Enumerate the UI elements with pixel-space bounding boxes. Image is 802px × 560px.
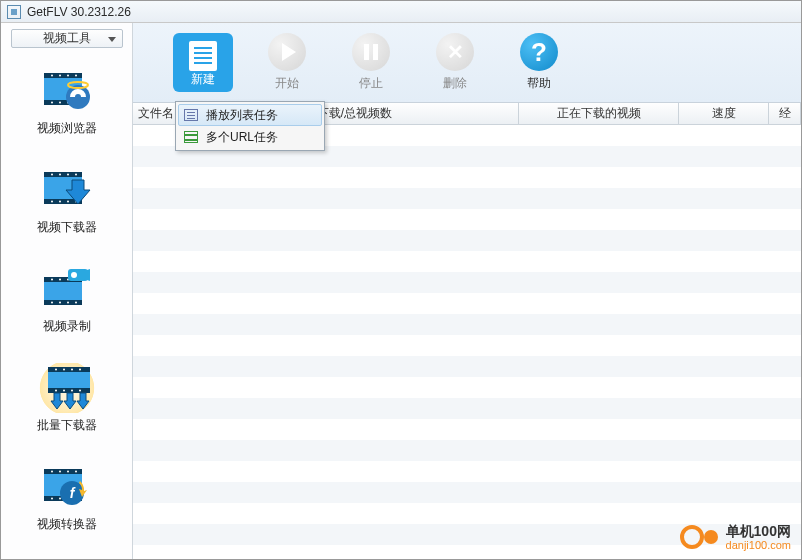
play-icon [268,33,306,71]
sidebar-item-batch[interactable]: 批量下载器 [1,363,132,434]
table-row [133,503,801,524]
close-icon: ✕ [436,33,474,71]
film-batch-icon [38,363,96,413]
menu-item-label: 多个URL任务 [206,129,278,146]
svg-rect-38 [48,367,90,372]
sidebar-item-label: 批量下载器 [37,417,97,434]
svg-point-41 [63,369,65,371]
svg-point-31 [51,302,53,304]
svg-point-44 [55,390,57,392]
sidebar-item-browser[interactable]: 视频浏览器 [1,66,132,137]
svg-point-17 [59,174,61,176]
svg-point-4 [59,75,61,77]
svg-point-8 [59,102,61,104]
new-label: 新建 [191,71,215,88]
sidebar-item-label: 视频浏览器 [37,120,97,137]
window-titlebar: GetFLV 30.2312.26 [1,1,801,23]
sidebar-item-recorder[interactable]: 视频录制 [1,264,132,335]
help-button[interactable]: ? 帮助 [509,33,569,92]
svg-point-6 [75,75,77,77]
svg-point-28 [59,279,61,281]
table-row [133,272,801,293]
col-speed[interactable]: 速度 [679,103,769,124]
toolbar: 新建 开始 停止 ✕ 删除 ? 帮助 [133,23,801,103]
window-title: GetFLV 30.2312.26 [27,5,131,19]
svg-point-32 [59,302,61,304]
col-elapsed[interactable]: 经 [769,103,801,124]
svg-point-47 [79,390,81,392]
film-convert-icon: f [38,462,96,512]
table-row [133,461,801,482]
svg-point-18 [67,174,69,176]
film-ie-icon [38,66,96,116]
list-icon [184,109,198,121]
menu-item-label: 播放列表任务 [206,107,278,124]
new-dropdown-menu: 播放列表任务 多个URL任务 [175,101,325,151]
table-row [133,335,801,356]
table-row [133,398,801,419]
start-label: 开始 [275,75,299,92]
help-label: 帮助 [527,75,551,92]
svg-point-55 [51,498,53,500]
table-row [133,482,801,503]
delete-button[interactable]: ✕ 删除 [425,33,485,92]
svg-point-52 [59,471,61,473]
svg-point-53 [67,471,69,473]
stop-label: 停止 [359,75,383,92]
watermark-name: 单机100网 [726,524,791,539]
table-row [133,356,801,377]
menu-item-playlist[interactable]: 播放列表任务 [178,104,322,126]
table-row [133,440,801,461]
svg-point-54 [75,471,77,473]
watermark-url: danji100.com [726,539,791,551]
col-filename[interactable]: 文件名 [133,103,179,124]
sidebar-item-downloader[interactable]: 视频下载器 [1,165,132,236]
svg-point-7 [51,102,53,104]
sidebar-item-label: 视频下载器 [37,219,97,236]
menu-item-multiurl[interactable]: 多个URL任务 [178,126,322,148]
table-row [133,251,801,272]
help-icon: ? [520,33,558,71]
svg-point-45 [63,390,65,392]
svg-point-27 [51,279,53,281]
table-row [133,167,801,188]
sidebar: 视频工具 视频浏览器 视频下载器 视频录制 批量下载器 [1,23,133,559]
table-row [133,188,801,209]
svg-point-19 [75,174,77,176]
watermark-logo-icon [680,524,718,550]
task-grid[interactable] [133,125,801,559]
svg-point-56 [59,498,61,500]
film-record-icon [38,264,96,314]
svg-point-40 [55,369,57,371]
svg-point-42 [71,369,73,371]
col-downloading[interactable]: 正在下载的视频 [519,103,679,124]
stop-button[interactable]: 停止 [341,33,401,92]
svg-point-36 [71,272,77,278]
new-button[interactable]: 新建 [173,33,233,92]
grid-icon [184,131,198,143]
svg-point-51 [51,471,53,473]
svg-rect-39 [48,388,90,393]
watermark: 单机100网 danji100.com [680,524,791,551]
sidebar-item-label: 视频录制 [43,318,91,335]
svg-point-20 [51,201,53,203]
svg-point-33 [67,302,69,304]
start-button[interactable]: 开始 [257,33,317,92]
table-row [133,209,801,230]
sidebar-item-converter[interactable]: f 视频转换器 [1,462,132,533]
svg-point-46 [71,390,73,392]
table-row [133,230,801,251]
pause-icon [352,33,390,71]
svg-point-21 [59,201,61,203]
delete-label: 删除 [443,75,467,92]
svg-point-43 [79,369,81,371]
sidebar-item-label: 视频转换器 [37,516,97,533]
table-row [133,419,801,440]
sidebar-dropdown[interactable]: 视频工具 [11,29,123,48]
svg-point-34 [75,302,77,304]
app-icon [7,5,21,19]
table-row [133,293,801,314]
film-download-icon [38,165,96,215]
sidebar-header-label: 视频工具 [43,30,91,47]
table-row [133,314,801,335]
